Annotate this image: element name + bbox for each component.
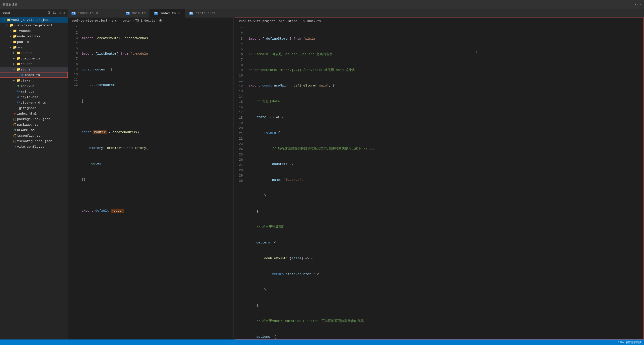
code-line: export default router xyxy=(80,208,233,213)
collapse-icon[interactable]: ⊟ xyxy=(63,11,65,15)
sidebar-item-node-modules[interactable]: ▶ 📁 node_modules xyxy=(0,34,68,39)
sidebar-item-label: README.md xyxy=(17,128,68,132)
git-icon: ⬡ xyxy=(13,106,17,110)
code-line: // 相当于计算属性 xyxy=(247,224,643,230)
sidebar-item-public[interactable]: ▶ 📁 public xyxy=(0,39,68,45)
tab-index-ts-left[interactable]: TS index.ts × xyxy=(68,9,103,18)
sidebar-item-components[interactable]: ▶ 📁 components xyxy=(0,56,68,61)
breadcrumb-sep: › xyxy=(132,19,134,23)
sidebar-item-label: index.ts xyxy=(24,73,67,77)
sidebar-item-label: tsconfig.node.json xyxy=(17,139,68,143)
sidebar-item-store[interactable]: ▼ 📁 store xyxy=(0,67,68,72)
sidebar-item-label: .vscode xyxy=(17,29,68,33)
sidebar-item-store-index-ts[interactable]: TS index.ts xyxy=(0,72,68,78)
tab-index-ts-right[interactable]: TS index.ts × xyxy=(150,9,185,18)
tab-close-icon[interactable]: × xyxy=(95,11,99,15)
code-line: state: () => { xyxy=(247,115,643,120)
sidebar-item-label: vue3-js-vite-project xyxy=(11,18,68,22)
sidebar-item-label: views xyxy=(21,79,68,82)
code-line: }, xyxy=(247,287,643,292)
sidebar-item-vscode[interactable]: ▶ 📁 .vscode xyxy=(0,28,68,34)
sidebar-item-style-css[interactable]: # style.css xyxy=(0,94,68,100)
new-folder-icon[interactable]: 🗂 xyxy=(53,11,56,15)
code-line: // 相当于data xyxy=(247,99,643,104)
tab-close-icon[interactable]: × xyxy=(177,11,181,15)
sidebar-item-vue3-js-vite-project[interactable]: ▶ 📁 vue3-js-vite-project xyxy=(0,17,68,23)
sidebar-item-vite-config[interactable]: TS vite.config.ts xyxy=(0,144,68,149)
sidebar-item-views[interactable]: ▶ 📁 views xyxy=(0,78,68,83)
tabs-bar: TS index.ts × ··· TS main.ts TS index.ts… xyxy=(68,9,644,18)
code-line: } xyxy=(247,193,643,198)
sidebar-item-assets[interactable]: ▶ 📁 assets xyxy=(0,50,68,56)
breadcrumb-item: vue3-ts-vite-project xyxy=(239,20,275,23)
tree-arrow-icon: ▶ xyxy=(9,40,13,43)
folder-icon: 📁 xyxy=(16,56,21,60)
sidebar-item-router[interactable]: ▶ 📁 router xyxy=(0,61,68,67)
sidebar-item-label: style.css xyxy=(21,95,68,99)
ts-badge: TS xyxy=(189,12,193,15)
code-line: // defineStore('main',{..}) 在devtools 就使… xyxy=(247,67,643,73)
code-line: return state.counter * 2 xyxy=(247,272,643,277)
tab-label: index.ts xyxy=(160,12,176,15)
sidebar-item-label: package.json xyxy=(17,123,68,127)
code-line: }, xyxy=(247,303,643,308)
sidebar-item-label: assets xyxy=(21,51,68,55)
sidebar-item-app-vue[interactable]: ▼ App.vue xyxy=(0,83,68,89)
sidebar-item-readme[interactable]: M README.md xyxy=(0,127,68,133)
code-line: routes xyxy=(80,161,233,166)
sidebar-item-package-lock[interactable]: {} package-lock.json xyxy=(0,116,68,122)
code-line: export const useMain = defineStore('main… xyxy=(247,83,643,88)
tab-main-ts[interactable]: TS main.ts xyxy=(122,9,150,18)
sidebar-item-label: node_modules xyxy=(17,35,68,38)
sidebar: VUE3 🗋 🗂 ↺ ⊟ ▶ 📁 vue3-js-vite-project ▼ … xyxy=(0,9,68,339)
refresh-icon[interactable]: ↺ xyxy=(58,11,61,15)
line-numbers: 12345 678910 1112 xyxy=(68,24,80,339)
code-line: // 所有这些属性都将自动推断其类型,如果推断失败可以试下 as xxx xyxy=(247,146,643,151)
title-bar-more[interactable]: ··· xyxy=(634,2,641,7)
code-line: }, xyxy=(247,209,643,214)
new-file-icon[interactable]: 🗋 xyxy=(47,11,51,15)
ts-badge: TS xyxy=(71,12,76,15)
tab-pinia-d-ts[interactable]: TS pinia.d.ts xyxy=(185,9,219,18)
sidebar-item-label: App.vue xyxy=(21,84,68,88)
folder-icon: 📁 xyxy=(16,67,21,71)
ts-badge: TS xyxy=(154,12,158,15)
code-line: // 相当于vuex的 mutation + action，可以同时写同步和异步… xyxy=(247,318,643,324)
sidebar-item-gitignore[interactable]: ⬡ .gitignore xyxy=(0,105,68,111)
right-code-lines[interactable]: import { defineStore } from 'pinia' // u… xyxy=(245,25,643,339)
breadcrumb-sep: › xyxy=(298,20,300,23)
breadcrumb-item: TS index.ts xyxy=(135,19,155,23)
folder-icon: 📁 xyxy=(13,40,17,44)
sidebar-item-tsconfig-node[interactable]: {} tsconfig.node.json xyxy=(0,138,68,144)
tab-more-left[interactable]: ··· xyxy=(103,9,117,18)
code-line: }) xyxy=(80,177,233,182)
left-code-lines[interactable]: import {createRouter, createWebHas impor… xyxy=(80,24,233,339)
sidebar-item-package-json[interactable]: {} package.json xyxy=(0,122,68,127)
right-line-numbers: 12345 678910 1112131415 1617181920 21222… xyxy=(235,25,245,339)
sidebar-item-main-ts[interactable]: TS main.ts xyxy=(0,89,68,94)
main-layout: VUE3 🗋 🗂 ↺ ⊟ ▶ 📁 vue3-js-vite-project ▼ … xyxy=(0,9,644,339)
sidebar-item-index-html[interactable]: ◈ index.html xyxy=(0,111,68,116)
tab-label: pinia.d.ts xyxy=(196,11,215,15)
tree-arrow-icon: ▶ xyxy=(12,62,16,65)
editor-split: vue3-ts-vite-project › src › router › TS… xyxy=(68,18,644,339)
sidebar-item-label: index.html xyxy=(17,112,68,116)
code-line: getters: { xyxy=(247,240,643,245)
sidebar-item-vue3-ts-vite-project[interactable]: ▼ 📁 vue3-ts-vite-project xyxy=(0,23,68,28)
code-line: // useMain 可以是 useUser、useCart 之类的名字 xyxy=(247,52,643,57)
folder-icon: 📁 xyxy=(13,45,17,49)
tree-arrow-icon: ▼ xyxy=(5,24,9,27)
tree-arrow-icon: ▶ xyxy=(12,57,16,60)
sidebar-item-label: tsconfig.json xyxy=(17,134,68,138)
tab-more-label: ··· xyxy=(107,11,113,15)
vue-file-icon: ▼ xyxy=(16,84,21,88)
sidebar-item-src[interactable]: ▼ 📁 src xyxy=(0,45,68,50)
right-breadcrumb: vue3-ts-vite-project › src › store › TS … xyxy=(235,18,643,25)
tree-arrow-icon: ▼ xyxy=(9,46,13,49)
folder-icon: 📁 xyxy=(13,34,17,38)
code-line: actions: { xyxy=(247,334,643,339)
sidebar-item-label: src xyxy=(17,46,68,49)
sidebar-item-vite-env[interactable]: TS vite-env.d.ts xyxy=(0,100,68,105)
sidebar-item-tsconfig[interactable]: {} tsconfig.json xyxy=(0,133,68,138)
html-file-icon: ◈ xyxy=(13,112,17,116)
